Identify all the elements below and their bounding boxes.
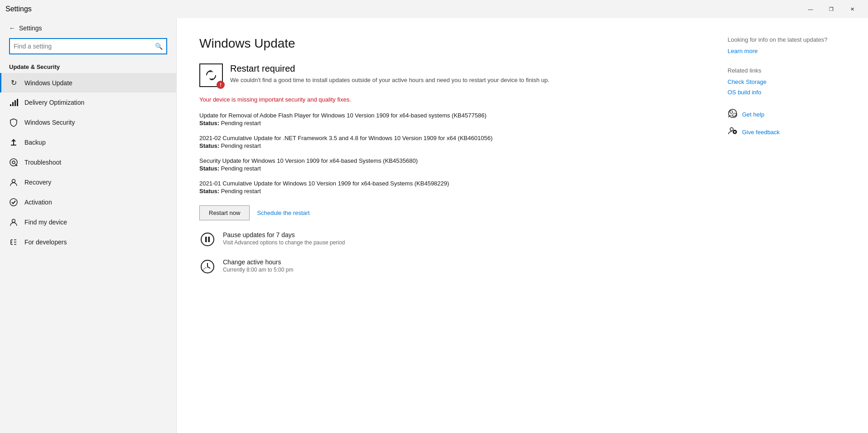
option-title: Change active hours [223, 258, 293, 266]
page-title: Windows Update [199, 36, 709, 51]
svg-point-8 [12, 161, 15, 164]
sidebar-item-label: For developers [24, 238, 67, 246]
minimize-button[interactable]: — [800, 0, 821, 18]
sidebar-item-for-developers[interactable]: For developers [0, 232, 176, 252]
restart-warning-badge: ! [217, 81, 225, 89]
sidebar-item-label: Windows Security [24, 119, 75, 126]
schedule-restart-link[interactable]: Schedule the restart [257, 209, 309, 216]
option-desc: Visit Advanced options to change the pau… [223, 239, 345, 246]
restart-now-button[interactable]: Restart now [199, 205, 250, 220]
pause-updates-text: Pause updates for 7 days Visit Advanced … [223, 231, 345, 246]
update-item-2: Security Update for Windows 10 Version 1… [199, 157, 709, 172]
windows-update-icon: ↻ [9, 78, 18, 87]
svg-rect-1 [12, 102, 14, 106]
for-developers-icon [9, 238, 18, 247]
sidebar: ← Settings 🔍 Update & Security ↻ Windows… [0, 18, 177, 433]
titlebar-left: Settings [0, 5, 32, 13]
update-status: Status: Pending restart [199, 120, 709, 126]
windows-security-icon [9, 118, 18, 127]
recovery-icon [9, 178, 18, 187]
sidebar-item-find-my-device[interactable]: Find my device [0, 212, 176, 232]
sidebar-item-label: Delivery Optimization [24, 99, 84, 106]
svg-rect-3 [17, 99, 18, 106]
back-arrow-icon: ← [9, 24, 15, 32]
get-help-row: ? Get help [728, 108, 845, 121]
sidebar-item-delivery-optimization[interactable]: Delivery Optimization [0, 92, 176, 112]
backup-icon [9, 138, 18, 147]
svg-point-26 [730, 111, 733, 113]
learn-more-link[interactable]: Learn more [728, 48, 845, 54]
find-my-device-icon [9, 218, 18, 227]
activation-icon [9, 198, 18, 207]
check-storage-link[interactable]: Check Storage [728, 78, 845, 85]
help-section: ? Get help Give [728, 108, 845, 138]
update-name: 2021-02 Cumulative Update for .NET Frame… [199, 135, 709, 141]
content-sidebar: Looking for info on the latest updates? … [728, 36, 845, 415]
search-container: 🔍 [0, 38, 176, 60]
sidebar-item-activation[interactable]: Activation [0, 192, 176, 212]
update-status: Status: Pending restart [199, 165, 709, 172]
sidebar-item-label: Backup [24, 139, 46, 146]
svg-rect-21 [208, 237, 210, 242]
restart-desc: We couldn't find a good time to install … [230, 76, 550, 85]
update-status: Status: Pending restart [199, 142, 709, 149]
close-button[interactable]: ✕ [842, 0, 863, 18]
pause-icon [199, 231, 216, 248]
option-desc: Currently 8:00 am to 5:00 pm [223, 267, 293, 273]
sidebar-item-label: Troubleshoot [24, 159, 61, 166]
content-area: Windows Update ! Restart requi [177, 18, 868, 433]
search-input[interactable] [14, 43, 152, 50]
update-name: 2021-01 Cumulative Update for Windows 10… [199, 180, 709, 187]
restart-text: Restart required We couldn't find a good… [230, 63, 550, 85]
sidebar-item-label: Find my device [24, 219, 67, 226]
titlebar-title: Settings [5, 5, 32, 13]
security-warning: Your device is missing important securit… [199, 96, 709, 103]
sidebar-item-troubleshoot[interactable]: Troubleshoot [0, 152, 176, 172]
related-links-section: Related links Check Storage OS build inf… [728, 67, 845, 96]
svg-point-19 [201, 233, 214, 246]
action-buttons: Restart now Schedule the restart [199, 205, 709, 220]
sidebar-item-recovery[interactable]: Recovery [0, 172, 176, 192]
svg-line-24 [207, 267, 210, 268]
give-feedback-row: Give feedback [728, 126, 845, 138]
svg-point-9 [12, 180, 15, 183]
sidebar-section-title: Update & Security [0, 60, 176, 73]
update-status: Status: Pending restart [199, 188, 709, 195]
give-feedback-icon [728, 126, 738, 138]
sidebar-item-label: Windows Update [24, 79, 72, 87]
sidebar-item-label: Activation [24, 199, 52, 206]
options-list: Pause updates for 7 days Visit Advanced … [199, 231, 709, 275]
related-links-label: Related links [728, 67, 845, 74]
get-help-link[interactable]: Get help [742, 111, 764, 118]
pause-updates-option[interactable]: Pause updates for 7 days Visit Advanced … [199, 231, 709, 248]
back-button[interactable]: ← Settings [0, 18, 176, 38]
sidebar-item-backup[interactable]: Backup [0, 132, 176, 152]
sidebar-item-windows-security[interactable]: Windows Security [0, 112, 176, 132]
get-help-icon: ? [728, 108, 738, 121]
update-item-0: Update for Removal of Adobe Flash Player… [199, 112, 709, 126]
maximize-button[interactable]: ❐ [821, 0, 842, 18]
active-hours-icon [199, 258, 216, 275]
update-item-1: 2021-02 Cumulative Update for .NET Frame… [199, 135, 709, 149]
svg-point-10 [10, 199, 17, 206]
svg-rect-20 [205, 237, 207, 242]
troubleshoot-icon [9, 158, 18, 167]
restart-banner: ! Restart required We couldn't find a go… [199, 63, 709, 87]
info-section: Looking for info on the latest updates? … [728, 36, 845, 54]
update-name: Security Update for Windows 10 Version 1… [199, 157, 709, 164]
search-box: 🔍 [9, 38, 167, 54]
svg-point-11 [12, 219, 15, 223]
active-hours-option[interactable]: Change active hours Currently 8:00 am to… [199, 258, 709, 275]
restart-icon-wrap: ! [199, 63, 223, 87]
restart-title: Restart required [230, 63, 550, 74]
search-icon[interactable]: 🔍 [155, 43, 163, 50]
update-list: Update for Removal of Adobe Flash Player… [199, 112, 709, 195]
give-feedback-link[interactable]: Give feedback [742, 129, 780, 136]
titlebar-controls: — ❐ ✕ [800, 0, 863, 18]
svg-rect-2 [14, 100, 16, 106]
update-item-3: 2021-01 Cumulative Update for Windows 10… [199, 180, 709, 195]
sidebar-item-windows-update[interactable]: ↻ Windows Update [0, 73, 176, 92]
titlebar: Settings — ❐ ✕ [0, 0, 868, 18]
main-layout: ← Settings 🔍 Update & Security ↻ Windows… [0, 18, 868, 433]
os-build-info-link[interactable]: OS build info [728, 89, 845, 96]
